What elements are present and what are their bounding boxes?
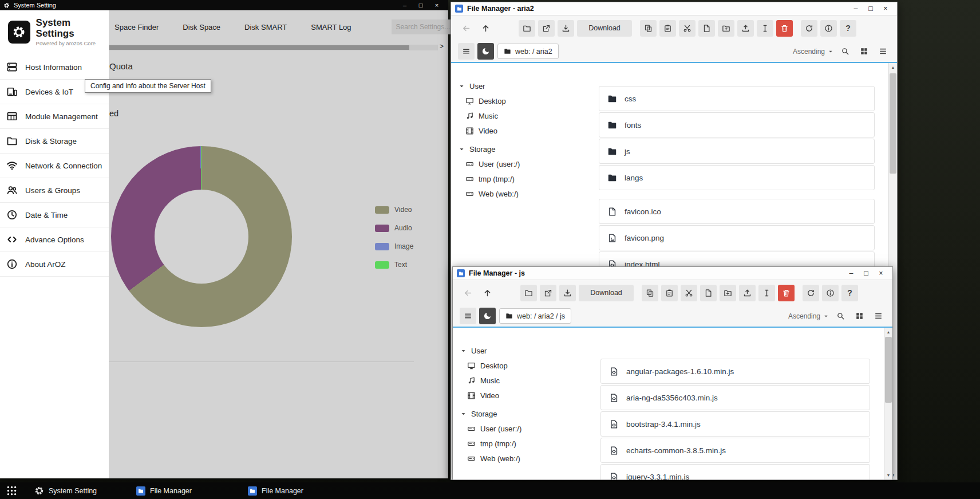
menu-button[interactable] (460, 308, 476, 324)
sort-order-select[interactable]: Ascending (793, 48, 833, 56)
minimize-button[interactable]: – (848, 5, 863, 13)
sidebar-item-disk-storage[interactable]: Disk & Storage (0, 129, 109, 154)
apps-grid-button[interactable] (6, 485, 18, 497)
up-button[interactable] (479, 285, 496, 301)
grid-view-button[interactable] (852, 309, 867, 324)
tab-disk-smart[interactable]: Disk SMART (244, 23, 287, 32)
tree-item-video[interactable]: Video (459, 123, 594, 138)
list-view-button[interactable] (871, 309, 886, 324)
tree-item-web-drive[interactable]: Web (web:/) (459, 186, 594, 201)
close-button[interactable]: × (429, 2, 445, 9)
tree-item-user-drive[interactable]: User (user:/) (460, 421, 596, 436)
refresh-button[interactable] (801, 20, 817, 37)
tree-item-user-drive[interactable]: User (user:/) (459, 156, 594, 171)
refresh-button[interactable] (803, 285, 819, 301)
scroll-right-arrow[interactable]: > (440, 42, 444, 50)
breadcrumb[interactable]: web: / aria2 / js (499, 308, 571, 324)
titlebar[interactable]: System Setting – □ × (0, 0, 448, 10)
info-button[interactable] (822, 285, 839, 301)
download-button[interactable]: Download (577, 20, 632, 37)
upload-button[interactable] (739, 285, 756, 301)
legend-item-image[interactable]: Image (375, 242, 413, 250)
scroll-down-button[interactable]: ▼ (884, 471, 892, 480)
tab-smart-log[interactable]: SMART Log (311, 23, 351, 32)
download-icon-button[interactable] (558, 20, 574, 37)
taskbar-item-file-manager-1[interactable]: File Manager (136, 482, 192, 499)
maximize-button[interactable]: □ (413, 2, 429, 9)
tree-group-user[interactable]: User (459, 78, 594, 93)
legend-item-audio[interactable]: Audio (375, 224, 413, 232)
search-button[interactable] (833, 309, 848, 324)
file-row[interactable]: favicon.ico (599, 199, 875, 224)
sidebar-item-advance-options[interactable]: Advance Options (0, 227, 109, 252)
file-row[interactable]: bootstrap-3.4.1.min.js (600, 411, 870, 437)
legend-item-text[interactable]: Text (375, 261, 413, 269)
tree-item-tmp-drive[interactable]: tmp (tmp:/) (460, 436, 596, 451)
copy-button[interactable] (640, 20, 657, 37)
back-button[interactable] (460, 285, 476, 301)
up-button[interactable] (477, 20, 494, 37)
taskbar-item-file-manager-2[interactable]: File Manager (248, 482, 303, 499)
breadcrumb[interactable]: web: / aria2 (497, 44, 559, 59)
maximize-button[interactable]: □ (863, 5, 878, 13)
paste-button[interactable] (661, 285, 678, 301)
theme-toggle-button[interactable] (477, 43, 494, 60)
file-row[interactable]: echarts-common-3.8.5.min.js (600, 438, 870, 463)
download-button[interactable]: Download (579, 285, 634, 301)
rename-button[interactable] (757, 20, 773, 37)
file-row[interactable]: angular-packages-1.6.10.min.js (600, 359, 870, 384)
sidebar-item-module-management[interactable]: Module Management (0, 104, 109, 129)
scroll-up-button[interactable]: ▲ (884, 328, 892, 336)
minimize-button[interactable]: – (844, 269, 859, 277)
open-folder-button[interactable] (519, 20, 535, 37)
delete-button[interactable] (778, 285, 795, 301)
tree-item-music[interactable]: Music (460, 373, 596, 388)
minimize-button[interactable]: – (397, 2, 413, 9)
tree-group-user[interactable]: User (460, 343, 596, 358)
close-button[interactable]: × (878, 5, 893, 13)
tree-item-web-drive[interactable]: Web (web:/) (460, 451, 596, 466)
copy-button[interactable] (642, 285, 658, 301)
tree-item-video[interactable]: Video (460, 388, 596, 403)
maximize-button[interactable]: □ (859, 269, 874, 277)
paste-button[interactable] (659, 20, 676, 37)
open-in-new-window-button[interactable] (538, 20, 555, 37)
file-row[interactable]: aria-ng-da5356c403.min.js (600, 385, 870, 410)
back-button[interactable] (458, 20, 475, 37)
new-file-button[interactable] (700, 285, 717, 301)
taskbar-item-system-setting[interactable]: System Setting (34, 482, 97, 499)
sort-order-select[interactable]: Ascending (788, 312, 829, 320)
sidebar-item-host-information[interactable]: Host Information (0, 55, 109, 80)
tree-item-desktop[interactable]: Desktop (459, 93, 594, 108)
file-row[interactable]: fonts (599, 112, 875, 137)
tree-item-music[interactable]: Music (459, 108, 594, 123)
close-button[interactable]: × (874, 269, 888, 277)
sidebar-item-network-connection[interactable]: Network & Connection (0, 154, 109, 178)
new-file-button[interactable] (698, 20, 715, 37)
scrollbar-thumb[interactable] (890, 73, 896, 174)
tree-item-desktop[interactable]: Desktop (460, 358, 596, 373)
new-folder-button[interactable] (718, 20, 734, 37)
open-in-new-window-button[interactable] (540, 285, 556, 301)
sidebar-item-about-aroz[interactable]: About ArOZ (0, 252, 109, 277)
scroll-up-button[interactable]: ▲ (889, 63, 897, 72)
file-row[interactable]: jquery-3.3.1.min.js (600, 464, 870, 480)
upload-button[interactable] (737, 20, 754, 37)
tab-scrollbar-thumb[interactable] (109, 45, 409, 50)
settings-search-input[interactable] (392, 19, 455, 34)
menu-button[interactable] (458, 43, 475, 60)
open-folder-button[interactable] (520, 285, 537, 301)
sidebar-item-users-groups[interactable]: Users & Groups (0, 178, 109, 203)
file-row[interactable]: langs (599, 165, 875, 190)
file-row[interactable]: css (599, 86, 875, 111)
titlebar[interactable]: File Manager - js – □ × (453, 267, 892, 280)
legend-item-video[interactable]: Video (375, 206, 413, 214)
titlebar[interactable]: File Manager - aria2 – □ × (451, 2, 897, 15)
tree-group-storage[interactable]: Storage (459, 142, 594, 156)
download-icon-button[interactable] (559, 285, 576, 301)
tree-item-tmp-drive[interactable]: tmp (tmp:/) (459, 171, 594, 186)
file-row[interactable]: js (599, 139, 875, 164)
scrollbar-thumb[interactable] (885, 337, 892, 403)
rename-button[interactable] (758, 285, 775, 301)
sidebar-item-date-time[interactable]: Date & Time (0, 203, 109, 227)
